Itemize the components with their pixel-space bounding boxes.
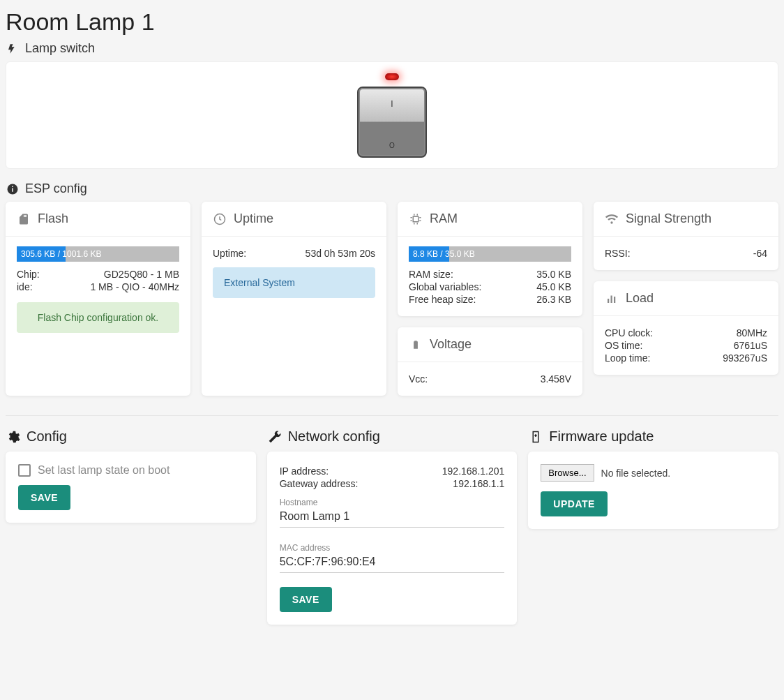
flash-ide-v: 1 MB - QIO - 40MHz (90, 281, 179, 292)
firmware-panel: Firmware update Browse... No file select… (528, 429, 778, 625)
gw-v: 192.168.1.1 (453, 478, 504, 489)
loop-k: Loop time: (605, 352, 650, 364)
ram-size-v: 35.0 KB (536, 269, 571, 280)
flash-tile: Flash 305.6 KB / 1001.6 KB Chip:GD25Q80 … (6, 202, 190, 396)
gw-k: Gateway address: (280, 478, 359, 489)
switch-off-mark: O (359, 142, 425, 149)
gear-icon (6, 429, 21, 445)
set-last-state-checkbox[interactable]: Set last lamp state on boot (18, 464, 243, 477)
flash-progress-label: 305.6 KB / 1001.6 KB (21, 246, 101, 262)
network-panel: Network config IP address:192.168.1.201 … (267, 429, 518, 625)
page-title: Room Lamp 1 (6, 8, 778, 36)
signal-title: Signal Strength (626, 211, 711, 226)
checkbox-label: Set last lamp state on boot (38, 464, 169, 477)
clock-icon (213, 212, 227, 226)
update-icon (528, 429, 543, 445)
ram-title: RAM (430, 211, 458, 226)
rssi-k: RSSI: (605, 248, 631, 259)
cpu-v: 80MHz (737, 327, 767, 338)
signal-tile: Signal Strength RSSI:-64 (594, 202, 778, 270)
config-panel: Config Set last lamp state on boot SAVE (6, 429, 256, 625)
bolt-icon (6, 42, 20, 56)
lamp-led-icon (385, 73, 399, 80)
ram-glob-k: Global variables: (409, 281, 481, 292)
ram-heap-v: 26.3 KB (536, 294, 571, 305)
os-v: 6761uS (734, 340, 767, 351)
vcc-k: Vcc: (409, 373, 428, 385)
firmware-title: Firmware update (549, 429, 654, 445)
mac-label: MAC address (280, 543, 505, 553)
lamp-switch-toggle[interactable]: I O (357, 87, 427, 158)
rssi-v: -64 (753, 248, 767, 259)
flash-progress: 305.6 KB / 1001.6 KB (17, 246, 179, 262)
cpu-k: CPU clock: (605, 327, 653, 338)
sd-card-icon (17, 212, 31, 226)
uptime-tile: Uptime Uptime:53d 0h 53m 20s External Sy… (202, 202, 386, 396)
browse-button[interactable]: Browse... (541, 464, 594, 482)
update-button[interactable]: UPDATE (541, 491, 608, 516)
divider (6, 415, 778, 416)
load-title: Load (626, 291, 654, 306)
network-title: Network config (288, 429, 380, 445)
ip-k: IP address: (280, 466, 329, 477)
svg-rect-2 (12, 186, 13, 187)
uptime-external-system[interactable]: External System (213, 267, 375, 298)
load-tile: Load CPU clock:80MHz OS time:6761uS Loop… (594, 281, 778, 375)
mac-input[interactable] (280, 553, 505, 573)
hostname-input[interactable] (280, 507, 505, 528)
section-title-esp: ESP config (25, 181, 87, 196)
bar-chart-icon (605, 292, 619, 306)
ram-tile: RAM 8.8 KB / 35.0 KB RAM size:35.0 KB Gl… (398, 202, 582, 316)
file-hint: No file selected. (601, 468, 671, 479)
os-k: OS time: (605, 340, 642, 351)
chip-icon (409, 212, 423, 226)
uptime-v: 53d 0h 53m 20s (306, 248, 375, 259)
info-icon (6, 182, 20, 196)
ram-glob-v: 45.0 KB (536, 281, 571, 292)
checkbox-icon (18, 464, 31, 477)
ram-size-k: RAM size: (409, 269, 453, 280)
flash-chip-k: Chip: (17, 269, 40, 280)
hostname-label: Hostname (280, 498, 505, 507)
lamp-switch-card: I O (6, 61, 778, 169)
flash-ide-k: ide: (17, 281, 33, 292)
section-title-switch: Lamp switch (25, 41, 95, 56)
ip-v: 192.168.1.201 (442, 466, 505, 477)
svg-rect-1 (12, 188, 13, 191)
config-title: Config (27, 429, 67, 445)
switch-on-mark: I (359, 99, 425, 109)
ram-progress-label: 8.8 KB / 35.0 KB (413, 246, 475, 262)
vcc-v: 3.458V (541, 373, 571, 385)
config-save-button[interactable]: SAVE (18, 485, 70, 510)
ram-heap-k: Free heap size: (409, 294, 476, 305)
wifi-icon (605, 212, 619, 226)
flash-ok-alert: Flash Chip configuration ok. (17, 302, 179, 333)
uptime-title: Uptime (234, 211, 273, 226)
network-save-button[interactable]: SAVE (280, 587, 332, 612)
loop-v: 993267uS (723, 352, 767, 364)
voltage-title: Voltage (430, 337, 472, 352)
ram-progress: 8.8 KB / 35.0 KB (409, 246, 571, 262)
wrench-icon (267, 429, 282, 445)
flash-title: Flash (38, 211, 68, 226)
uptime-k: Uptime: (213, 248, 246, 259)
flash-chip-v: GD25Q80 - 1 MB (104, 269, 179, 280)
voltage-tile: Voltage Vcc:3.458V (398, 327, 582, 396)
battery-icon (409, 338, 423, 352)
